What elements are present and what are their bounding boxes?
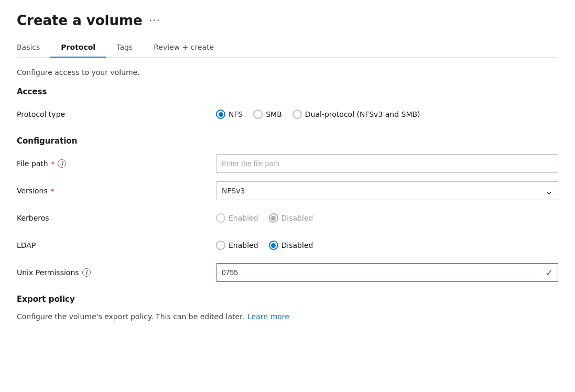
unix-permissions-label: Unix Permissions i bbox=[17, 268, 216, 277]
file-path-control bbox=[216, 154, 558, 173]
config-section: Configuration File path * i Versions * N… bbox=[17, 136, 558, 282]
unix-valid-checkmark-icon: ✓ bbox=[545, 267, 553, 278]
ldap-radio-group: Enabled Disabled bbox=[216, 241, 558, 250]
versions-label: Versions * bbox=[17, 187, 216, 195]
unix-permissions-row: Unix Permissions i ✓ bbox=[17, 263, 558, 282]
ldap-disabled-radio[interactable] bbox=[269, 241, 278, 250]
versions-select-wrapper: NFSv3 ⌄ bbox=[216, 181, 558, 200]
ldap-label: LDAP bbox=[17, 241, 216, 249]
versions-control: NFSv3 ⌄ bbox=[216, 181, 558, 200]
kerberos-enabled-option[interactable]: Enabled bbox=[216, 213, 258, 223]
file-path-row: File path * i bbox=[17, 154, 558, 173]
kerberos-disabled-label: Disabled bbox=[281, 214, 313, 222]
unix-input-wrapper: ✓ bbox=[216, 263, 558, 282]
file-path-required: * bbox=[51, 160, 55, 168]
export-policy-heading: Export policy bbox=[17, 295, 558, 304]
versions-select[interactable]: NFSv3 bbox=[216, 181, 558, 200]
radio-option-nfs[interactable]: NFS bbox=[216, 110, 243, 119]
access-section: Access Protocol type NFS SMB Dual bbox=[17, 87, 558, 124]
export-policy-description: Configure the volume's export policy. Th… bbox=[17, 312, 244, 321]
file-path-input[interactable] bbox=[216, 154, 558, 173]
protocol-type-label: Protocol type bbox=[17, 110, 216, 118]
ldap-row: LDAP Enabled Disabled bbox=[17, 236, 558, 255]
versions-row: Versions * NFSv3 ⌄ bbox=[17, 181, 558, 200]
unix-permissions-input[interactable] bbox=[216, 263, 558, 282]
config-heading: Configuration bbox=[17, 136, 558, 146]
kerberos-enabled-radio[interactable] bbox=[216, 213, 225, 223]
unix-permissions-info-icon[interactable]: i bbox=[82, 268, 91, 277]
kerberos-control: Enabled Disabled bbox=[216, 213, 558, 223]
ldap-disabled-option[interactable]: Disabled bbox=[269, 241, 313, 250]
tab-basics[interactable]: Basics bbox=[17, 39, 50, 58]
radio-smb[interactable] bbox=[253, 110, 263, 119]
kerberos-enabled-label: Enabled bbox=[229, 214, 258, 222]
kerberos-disabled-option[interactable]: Disabled bbox=[269, 213, 313, 223]
radio-dual[interactable] bbox=[292, 110, 302, 119]
kerberos-row: Kerberos Enabled Disabled bbox=[17, 209, 558, 227]
tab-protocol[interactable]: Protocol bbox=[50, 39, 106, 58]
ldap-enabled-label: Enabled bbox=[229, 241, 258, 249]
file-path-info-icon[interactable]: i bbox=[58, 159, 66, 168]
learn-more-link[interactable]: Learn more bbox=[247, 312, 289, 321]
access-heading: Access bbox=[17, 87, 558, 96]
tab-bar: Basics Protocol Tags Review + create bbox=[17, 39, 558, 58]
protocol-type-row: Protocol type NFS SMB Dual-protocol (NFS… bbox=[17, 105, 558, 124]
radio-smb-label: SMB bbox=[266, 110, 282, 118]
export-policy-description-row: Configure the volume's export policy. Th… bbox=[17, 312, 558, 321]
tab-tags[interactable]: Tags bbox=[106, 39, 143, 58]
radio-nfs-label: NFS bbox=[229, 110, 243, 118]
radio-nfs[interactable] bbox=[216, 110, 225, 119]
tab-review-create[interactable]: Review + create bbox=[143, 39, 224, 58]
protocol-radio-group: NFS SMB Dual-protocol (NFSv3 and SMB) bbox=[216, 110, 558, 119]
export-policy-section: Export policy Configure the volume's exp… bbox=[17, 295, 558, 321]
unix-permissions-control: ✓ bbox=[216, 263, 558, 282]
ldap-enabled-radio[interactable] bbox=[216, 241, 225, 250]
ldap-disabled-label: Disabled bbox=[281, 241, 313, 249]
ldap-control: Enabled Disabled bbox=[216, 241, 558, 250]
page-title-row: Create a volume ··· bbox=[17, 13, 558, 28]
protocol-type-control: NFS SMB Dual-protocol (NFSv3 and SMB) bbox=[216, 110, 558, 119]
radio-dual-label: Dual-protocol (NFSv3 and SMB) bbox=[305, 110, 420, 118]
radio-option-dual[interactable]: Dual-protocol (NFSv3 and SMB) bbox=[292, 110, 420, 119]
kerberos-radio-group: Enabled Disabled bbox=[216, 213, 558, 223]
more-options-icon[interactable]: ··· bbox=[149, 14, 160, 27]
ldap-enabled-option[interactable]: Enabled bbox=[216, 241, 258, 250]
kerberos-label: Kerberos bbox=[17, 214, 216, 222]
kerberos-disabled-radio[interactable] bbox=[269, 213, 278, 223]
page-title: Create a volume bbox=[17, 13, 143, 28]
radio-option-smb[interactable]: SMB bbox=[253, 110, 282, 119]
versions-required: * bbox=[51, 187, 55, 195]
page-subtitle: Configure access to your volume. bbox=[17, 68, 558, 77]
file-path-label: File path * i bbox=[17, 159, 216, 168]
